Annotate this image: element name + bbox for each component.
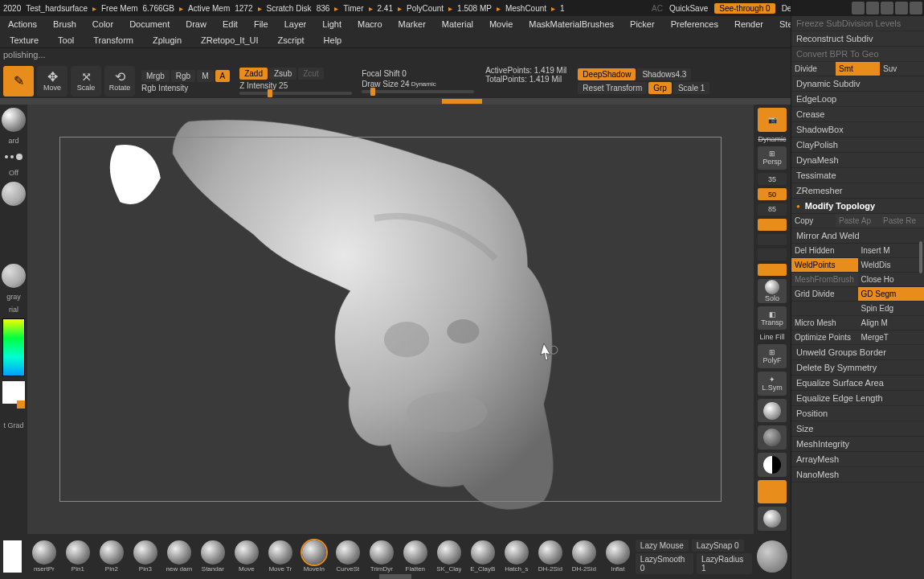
panel-copy[interactable]: Copy [791, 214, 836, 228]
zadd-button[interactable]: Zadd [239, 68, 268, 80]
active-square[interactable] [758, 480, 787, 504]
panel-[interactable] [791, 302, 858, 316]
lsym-button[interactable]: ✦L.Sym [758, 372, 787, 396]
material-preview-icon[interactable] [2, 264, 26, 288]
panel-nanomesh[interactable]: NanoMesh [791, 467, 924, 482]
brush-nsertpr[interactable]: nsertPr [28, 540, 60, 573]
brush-pin2[interactable]: Pin2 [96, 540, 128, 573]
draw-mode-button[interactable]: ✎ [3, 66, 34, 96]
panel-icon[interactable] [910, 2, 922, 14]
draw-size-slider[interactable]: Draw Size 24 [362, 80, 409, 88]
grp-button[interactable]: Grp [648, 82, 672, 94]
z-intensity-slider[interactable]: Z Intensity 25 [239, 81, 352, 90]
brush-sk_clay[interactable]: SK_Clay [433, 540, 465, 573]
axis-y[interactable] [758, 234, 787, 246]
menu-help[interactable]: Help [316, 34, 350, 47]
panel-delete-by-symmetry[interactable]: Delete By Symmetry [791, 360, 924, 376]
panel-close-ho[interactable]: Close Ho [858, 273, 925, 287]
lazy-snap[interactable]: LazySnap 0 [692, 540, 744, 552]
panel-align-m[interactable]: Align M [858, 316, 925, 331]
panel-paste-re[interactable]: Paste Re [880, 214, 924, 228]
menu-actions[interactable]: Actions [2, 18, 43, 31]
brush-movein[interactable]: MoveIn [298, 540, 330, 573]
focal-shift-slider[interactable]: Focal Shift 0 [362, 69, 474, 78]
m-button[interactable]: M [197, 70, 213, 82]
move-mode-button[interactable]: ✥Move [37, 66, 67, 96]
menu-marker[interactable]: Marker [392, 18, 432, 31]
scale-mode-button[interactable]: ⤧Scale [71, 66, 101, 96]
panel-insert-m[interactable]: Insert M [858, 244, 925, 258]
brush-pin3[interactable]: Pin3 [129, 540, 161, 573]
menu-draw[interactable]: Draw [179, 18, 213, 31]
toolbar-handle[interactable] [0, 98, 924, 105]
brush-standar[interactable]: Standar [197, 540, 229, 573]
axis-neg[interactable] [758, 264, 787, 276]
panel-suv[interactable]: Suv [880, 62, 924, 76]
grey-sphere-icon[interactable] [758, 507, 787, 531]
panel-meshfrombrush[interactable]: MeshFromBrush [791, 273, 858, 287]
panel-mirror-and-weld[interactable]: Mirror And Weld [791, 228, 924, 244]
panel-freeze-subdivision-levels[interactable]: Freeze SubDivision Levels [791, 16, 924, 31]
persp-button[interactable]: ⊞Persp [758, 146, 787, 170]
transp-button[interactable]: ◧Transp [758, 306, 787, 331]
panel-gd-segm[interactable]: GD Segm [858, 287, 925, 302]
sphere2-icon[interactable] [758, 425, 787, 450]
menu-zplugin[interactable]: Zplugin [145, 34, 190, 47]
menu-render[interactable]: Render [728, 18, 770, 31]
brush-move tr[interactable]: Move Tr [264, 540, 296, 573]
panel-dynamic-subdiv[interactable]: Dynamic Subdiv [791, 76, 924, 92]
menu-edit[interactable]: Edit [216, 18, 244, 31]
menu-preferences[interactable]: Preferences [664, 18, 725, 31]
stroke-dots-icon[interactable] [2, 150, 26, 164]
panel-equalize-edge-length[interactable]: Equalize Edge Length [791, 391, 924, 406]
brush-curvest[interactable]: CurveSt [332, 540, 364, 573]
rgb-button[interactable]: Rgb [171, 70, 195, 82]
menu-color[interactable]: Color [86, 18, 120, 31]
draw-size-bar[interactable] [362, 90, 474, 93]
lazy-smooth[interactable]: LazySmooth 0 [636, 553, 693, 574]
menu-brush[interactable]: Brush [47, 18, 83, 31]
menu-light[interactable]: Light [316, 18, 348, 31]
viewport[interactable] [27, 105, 754, 534]
a-button[interactable]: A [215, 70, 231, 82]
panel-size[interactable]: Size [791, 421, 924, 437]
menu-file[interactable]: File [247, 18, 275, 31]
panel-shadowbox[interactable]: ShadowBox [791, 122, 924, 138]
sphere-icon[interactable] [758, 399, 787, 423]
panel-optimize-points[interactable]: Optimize Points [791, 331, 858, 345]
panel-claypolish[interactable]: ClayPolish [791, 138, 924, 153]
panel-zremesher[interactable]: ZRemesher [791, 183, 924, 199]
panel-reconstruct-subdiv[interactable]: Reconstruct Subdiv [791, 31, 924, 47]
menu-layer[interactable]: Layer [278, 18, 313, 31]
val-35[interactable]: 35 [758, 173, 787, 185]
rgb-intensity-label[interactable]: Rgb Intensity [141, 84, 230, 92]
reset-transform-button[interactable]: Reset Transform [578, 82, 647, 94]
val-50[interactable]: 50 [758, 188, 787, 200]
menu-texture[interactable]: Texture [2, 34, 47, 47]
panel-icon[interactable] [852, 2, 865, 14]
lazy-radius[interactable]: LazyRadius 1 [697, 553, 752, 574]
brush-move[interactable]: Move [231, 540, 263, 573]
axis-z[interactable] [758, 248, 787, 261]
panel-spin-edg[interactable]: Spin Edg [858, 302, 925, 316]
panel-welddis[interactable]: WeldDis [858, 258, 925, 273]
menu-macro[interactable]: Macro [351, 18, 389, 31]
brush-flatten[interactable]: Flatten [399, 540, 431, 573]
brush-dh-2sid[interactable]: DH-2Sid [534, 540, 566, 573]
panel-paste-ap[interactable]: Paste Ap [836, 214, 880, 228]
camera-icon[interactable]: 📷 [758, 108, 787, 132]
menu-picker[interactable]: Picker [623, 18, 661, 31]
brush-hatch_s[interactable]: Hatch_s [501, 540, 533, 573]
color-swatch[interactable] [3, 540, 22, 573]
panel-tessimate[interactable]: Tessimate [791, 168, 924, 183]
panel-icon[interactable] [895, 2, 908, 14]
brush-preview-icon[interactable] [2, 108, 26, 132]
menu-movie[interactable]: Movie [483, 18, 519, 31]
scale1-button[interactable]: Scale 1 [673, 82, 709, 94]
menu-zretopo_it_ui[interactable]: ZRetopo_It_UI [193, 34, 267, 47]
color-picker-gradient[interactable] [2, 318, 25, 376]
panel-meshintegrity[interactable]: MeshIntegrity [791, 437, 924, 452]
panel-merget[interactable]: MergeT [858, 331, 925, 345]
axis-x[interactable] [758, 219, 787, 231]
panel-divide[interactable]: Divide [791, 62, 836, 76]
